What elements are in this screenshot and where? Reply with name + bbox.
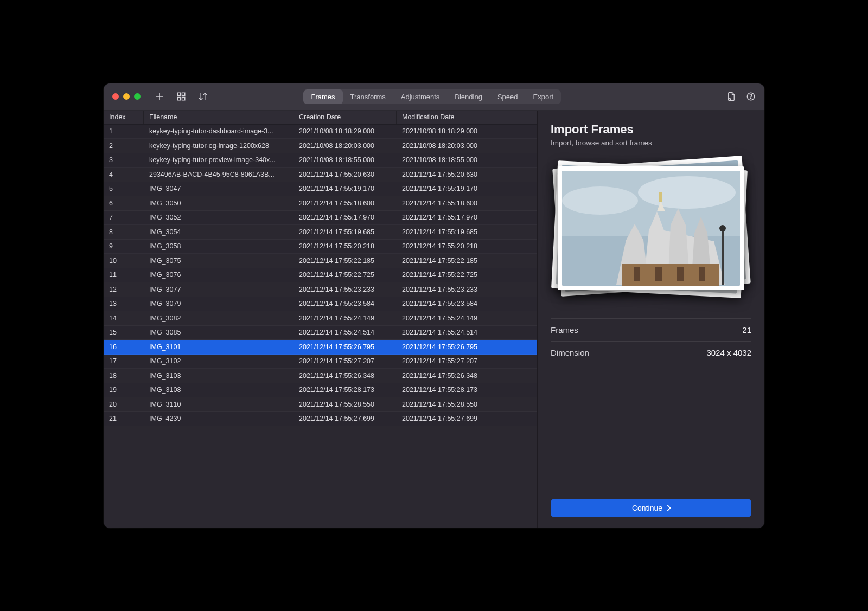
cell-created: 2021/12/14 17:55:27.699 (293, 415, 397, 422)
cell-filename: IMG_3047 (144, 185, 293, 192)
close-window-button[interactable] (112, 93, 119, 100)
sort-icon[interactable] (198, 92, 208, 101)
table-row[interactable]: 12IMG_30772021/12/14 17:55:23.2332021/12… (104, 282, 537, 297)
table-row[interactable]: 10IMG_30752021/12/14 17:55:22.1852021/12… (104, 254, 537, 268)
cell-modified: 2021/12/14 17:55:26.795 (397, 343, 537, 351)
cell-created: 2021/12/14 17:55:18.600 (293, 200, 397, 207)
cell-modified: 2021/12/14 17:55:18.600 (397, 200, 537, 207)
svg-point-12 (638, 176, 736, 209)
svg-rect-18 (677, 267, 684, 281)
tab-transforms[interactable]: Transforms (343, 89, 393, 104)
cell-index: 2 (104, 142, 144, 150)
cell-modified: 2021/12/14 17:55:19.170 (397, 185, 537, 192)
table-row[interactable]: 19IMG_31082021/12/14 17:55:28.1732021/12… (104, 383, 537, 398)
cell-modified: 2021/12/14 17:55:20.630 (397, 171, 537, 178)
cell-index: 10 (104, 257, 144, 265)
column-header-index[interactable]: Index (104, 111, 144, 124)
cell-filename: IMG_3076 (144, 271, 293, 279)
frames-table: Index Filename Creation Date Modificatio… (104, 111, 538, 528)
tab-adjustments[interactable]: Adjustments (393, 89, 448, 104)
tab-frames[interactable]: Frames (303, 89, 342, 104)
table-row[interactable]: 11IMG_30762021/12/14 17:55:22.7252021/12… (104, 268, 537, 283)
cell-filename: IMG_3050 (144, 200, 293, 207)
cell-filename: IMG_3103 (144, 372, 293, 380)
cell-index: 8 (104, 228, 144, 236)
add-icon[interactable] (155, 92, 164, 101)
side-panel: Import Frames Import, browse and sort fr… (538, 111, 764, 528)
cell-modified: 2021/12/14 17:55:23.233 (397, 286, 537, 293)
cell-modified: 2021/10/08 18:18:29.000 (397, 127, 537, 135)
column-header-modified[interactable]: Modification Date (397, 111, 537, 124)
cell-filename: IMG_4239 (144, 415, 293, 422)
meta-dimension-value: 3024 x 4032 (706, 348, 751, 357)
window-controls (112, 93, 141, 100)
cell-modified: 2021/12/14 17:55:23.584 (397, 300, 537, 307)
continue-button[interactable]: Continue (551, 499, 751, 517)
file-settings-icon[interactable] (726, 92, 736, 101)
cell-filename: 293496AB-BACD-4B45-95C8-8061A3B... (144, 171, 293, 178)
cell-index: 13 (104, 300, 144, 307)
grid-icon[interactable] (176, 92, 186, 101)
cell-filename: keykey-typing-tutor-preview-image-340x..… (144, 156, 293, 164)
tab-speed[interactable]: Speed (490, 89, 526, 104)
table-row[interactable]: 20IMG_31102021/12/14 17:55:28.5502021/12… (104, 397, 537, 412)
table-row[interactable]: 7IMG_30522021/12/14 17:55:17.9702021/12/… (104, 211, 537, 226)
table-row[interactable]: 1keykey-typing-tutor-dashboard-image-3..… (104, 125, 537, 139)
cell-created: 2021/10/08 18:18:29.000 (293, 127, 397, 135)
cell-modified: 2021/12/14 17:55:19.685 (397, 228, 537, 236)
cell-index: 12 (104, 286, 144, 293)
table-row[interactable]: 15IMG_30852021/12/14 17:55:24.5142021/12… (104, 326, 537, 340)
cell-created: 2021/12/14 17:55:27.207 (293, 357, 397, 365)
svg-rect-13 (659, 192, 662, 202)
tab-bar: FramesTransformsAdjustmentsBlendingSpeed… (303, 89, 561, 104)
cell-index: 4 (104, 171, 144, 178)
cell-created: 2021/12/14 17:55:22.725 (293, 271, 397, 279)
column-header-filename[interactable]: Filename (144, 111, 293, 124)
table-row[interactable]: 2keykey-typing-tutor-og-image-1200x62820… (104, 139, 537, 153)
cell-modified: 2021/12/14 17:55:27.207 (397, 357, 537, 365)
cell-filename: IMG_3108 (144, 386, 293, 394)
table-row[interactable]: 4293496AB-BACD-4B45-95C8-8061A3B...2021/… (104, 168, 537, 182)
cell-modified: 2021/12/14 17:55:22.185 (397, 257, 537, 265)
cell-created: 2021/12/14 17:55:19.170 (293, 185, 397, 192)
table-row[interactable]: 5IMG_30472021/12/14 17:55:19.1702021/12/… (104, 182, 537, 197)
fullscreen-window-button[interactable] (134, 93, 141, 100)
cell-index: 18 (104, 372, 144, 380)
svg-rect-2 (177, 93, 180, 95)
panel-title: Import Frames (551, 123, 751, 137)
table-row[interactable]: 18IMG_31032021/12/14 17:55:26.3482021/12… (104, 369, 537, 383)
cell-created: 2021/12/14 17:55:28.173 (293, 386, 397, 394)
cell-modified: 2021/12/14 17:55:26.348 (397, 372, 537, 380)
table-row[interactable]: 9IMG_30582021/12/14 17:55:20.2182021/12/… (104, 240, 537, 254)
cell-filename: IMG_3110 (144, 401, 293, 408)
cell-created: 2021/12/14 17:55:24.514 (293, 329, 397, 336)
table-row[interactable]: 6IMG_30502021/12/14 17:55:18.6002021/12/… (104, 196, 537, 211)
table-body[interactable]: 1keykey-typing-tutor-dashboard-image-3..… (104, 125, 537, 528)
svg-point-8 (750, 98, 751, 99)
svg-rect-16 (634, 267, 640, 281)
table-row[interactable]: 8IMG_30542021/12/14 17:55:19.6852021/12/… (104, 225, 537, 240)
svg-point-11 (562, 186, 638, 215)
cell-filename: IMG_3102 (144, 357, 293, 365)
svg-point-21 (719, 225, 726, 231)
table-row[interactable]: 21IMG_42392021/12/14 17:55:27.6992021/12… (104, 412, 537, 427)
table-row[interactable]: 13IMG_30792021/12/14 17:55:23.5842021/12… (104, 297, 537, 312)
table-row[interactable]: 16IMG_31012021/12/14 17:55:26.7952021/12… (104, 340, 537, 355)
column-header-created[interactable]: Creation Date (293, 111, 397, 124)
table-row[interactable]: 17IMG_31022021/12/14 17:55:27.2072021/12… (104, 355, 537, 369)
cell-filename: IMG_3085 (144, 329, 293, 336)
tab-export[interactable]: Export (526, 89, 561, 104)
cell-index: 19 (104, 386, 144, 394)
tab-blending[interactable]: Blending (447, 89, 490, 104)
table-row[interactable]: 14IMG_30822021/12/14 17:55:24.1492021/12… (104, 311, 537, 326)
svg-rect-17 (655, 267, 662, 281)
cell-filename: IMG_3101 (144, 343, 293, 351)
help-icon[interactable] (746, 92, 756, 101)
chevron-right-icon (665, 505, 671, 511)
cell-created: 2021/10/08 18:20:03.000 (293, 142, 397, 150)
meta-dimension-label: Dimension (551, 348, 589, 357)
cell-created: 2021/10/08 18:18:55.000 (293, 156, 397, 164)
table-row[interactable]: 3keykey-typing-tutor-preview-image-340x.… (104, 153, 537, 168)
cell-modified: 2021/12/14 17:55:20.218 (397, 242, 537, 250)
minimize-window-button[interactable] (123, 93, 130, 100)
